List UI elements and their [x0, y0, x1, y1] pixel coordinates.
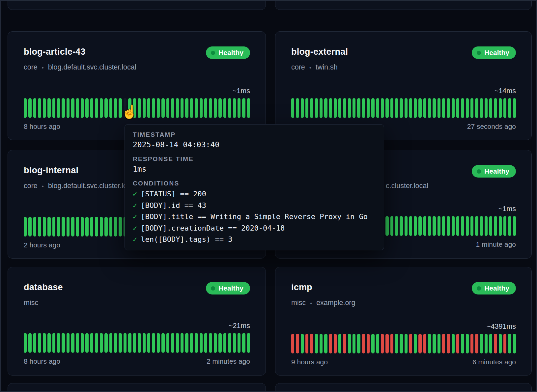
- history-bar[interactable]: [124, 333, 127, 353]
- history-bar[interactable]: [71, 217, 74, 237]
- history-bar[interactable]: [52, 98, 55, 118]
- history-bar[interactable]: [466, 98, 469, 118]
- history-bar[interactable]: [214, 98, 217, 118]
- history-bar[interactable]: [33, 98, 36, 118]
- history-bar[interactable]: [242, 98, 245, 118]
- history-bar[interactable]: [52, 333, 55, 353]
- history-bar[interactable]: [438, 334, 440, 353]
- history-bar[interactable]: [395, 216, 398, 236]
- history-bar[interactable]: [466, 334, 469, 353]
- history-bar[interactable]: [376, 98, 379, 118]
- history-bar[interactable]: [485, 216, 488, 236]
- history-bar[interactable]: [480, 216, 483, 236]
- history-bar[interactable]: [461, 216, 464, 236]
- history-bar[interactable]: [338, 98, 341, 118]
- history-bar[interactable]: [470, 98, 473, 118]
- history-bar[interactable]: [499, 98, 502, 118]
- history-bar[interactable]: [95, 98, 98, 118]
- history-bar[interactable]: [114, 217, 117, 237]
- history-bar[interactable]: [414, 98, 417, 118]
- history-bar[interactable]: [395, 334, 398, 353]
- history-bar[interactable]: [157, 98, 160, 118]
- history-bar[interactable]: [152, 98, 155, 118]
- card-partial-bottom-right[interactable]: [275, 383, 532, 392]
- history-bar[interactable]: [461, 334, 464, 353]
- history-bar[interactable]: [238, 98, 240, 118]
- history-bar[interactable]: [242, 333, 245, 353]
- history-bar[interactable]: [109, 98, 112, 118]
- history-bar[interactable]: [494, 334, 497, 353]
- history-bar[interactable]: [85, 217, 88, 237]
- card-partial-top-right[interactable]: [275, 0, 532, 10]
- history-bar[interactable]: [433, 98, 436, 118]
- history-bar[interactable]: [357, 98, 360, 118]
- history-bar[interactable]: [147, 98, 150, 118]
- history-bar[interactable]: [428, 98, 431, 118]
- history-bar[interactable]: [409, 216, 412, 236]
- history-bar[interactable]: [414, 334, 417, 353]
- history-bar[interactable]: [204, 333, 207, 353]
- history-bar[interactable]: [104, 98, 107, 118]
- history-bar[interactable]: [371, 334, 374, 353]
- history-bar[interactable]: [33, 217, 36, 237]
- history-bar[interactable]: [176, 98, 179, 118]
- history-bar[interactable]: [43, 217, 46, 237]
- history-bar[interactable]: [513, 98, 516, 118]
- history-bar[interactable]: [109, 217, 112, 237]
- history-bar[interactable]: [38, 98, 41, 118]
- history-bar[interactable]: [114, 333, 117, 353]
- history-bar[interactable]: [329, 334, 332, 353]
- history-bar[interactable]: [114, 98, 117, 118]
- history-bar[interactable]: [214, 333, 217, 353]
- service-card-icmp[interactable]: icmp Healthy misc • example.org ~4391ms …: [275, 267, 532, 376]
- history-bar[interactable]: [76, 98, 79, 118]
- history-bar[interactable]: [100, 98, 103, 118]
- history-bar[interactable]: [438, 98, 440, 118]
- history-bar[interactable]: [28, 333, 31, 353]
- history-bar[interactable]: [362, 98, 365, 118]
- history-bar[interactable]: [480, 98, 483, 118]
- history-bar[interactable]: [376, 334, 379, 353]
- history-bar[interactable]: [503, 216, 506, 236]
- history-bar[interactable]: [447, 98, 450, 118]
- history-bar[interactable]: [452, 334, 455, 353]
- history-bar[interactable]: [433, 334, 436, 353]
- history-bar[interactable]: [185, 333, 188, 353]
- history-bar[interactable]: [200, 98, 203, 118]
- history-bar[interactable]: [409, 334, 412, 353]
- history-bar[interactable]: [385, 98, 388, 118]
- history-bar[interactable]: [38, 333, 41, 353]
- history-bar[interactable]: [57, 333, 60, 353]
- history-bar[interactable]: [409, 98, 412, 118]
- history-bar[interactable]: [508, 98, 511, 118]
- history-bar[interactable]: [508, 334, 511, 353]
- history-bar[interactable]: [390, 334, 393, 353]
- history-bar[interactable]: [218, 98, 221, 118]
- history-bar[interactable]: [152, 333, 155, 353]
- history-bar[interactable]: [95, 217, 98, 237]
- history-bar[interactable]: [28, 98, 31, 118]
- history-bar[interactable]: [338, 334, 341, 353]
- history-bar[interactable]: [85, 333, 88, 353]
- history-bar[interactable]: [85, 98, 88, 118]
- history-bar[interactable]: [499, 334, 502, 353]
- history-bar[interactable]: [423, 334, 426, 353]
- history-bar[interactable]: [71, 333, 74, 353]
- history-bar[interactable]: [28, 217, 31, 237]
- history-bar[interactable]: [367, 334, 370, 353]
- history-bar[interactable]: [423, 216, 426, 236]
- history-bar[interactable]: [233, 333, 236, 353]
- history-bar[interactable]: [95, 333, 98, 353]
- history-bar[interactable]: [218, 333, 221, 353]
- history-bar[interactable]: [494, 98, 497, 118]
- history-bar[interactable]: [329, 98, 332, 118]
- history-bar[interactable]: [442, 334, 445, 353]
- history-bar[interactable]: [456, 216, 459, 236]
- history-bar[interactable]: [247, 333, 250, 353]
- history-bar[interactable]: [489, 334, 492, 353]
- history-bar[interactable]: [291, 334, 294, 353]
- history-bar[interactable]: [456, 98, 459, 118]
- history-bar[interactable]: [296, 334, 299, 353]
- history-bar[interactable]: [291, 98, 294, 118]
- history-bar[interactable]: [166, 333, 169, 353]
